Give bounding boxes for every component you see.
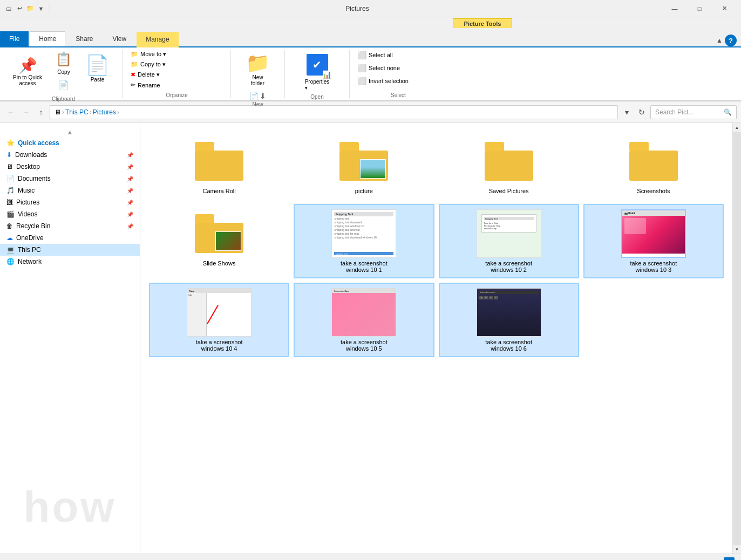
- maximize-button[interactable]: □: [687, 0, 712, 17]
- sidebar-item-onedrive[interactable]: ☁ OneDrive: [0, 232, 140, 244]
- tab-share[interactable]: Share: [66, 31, 102, 46]
- file-item-screenshot4[interactable]: Paint tools take a screenshotwindows 10 …: [149, 283, 289, 357]
- help-btn[interactable]: ?: [725, 35, 737, 46]
- image-thumb-screenshot6: keyboard screenshot q w e r: [477, 288, 541, 337]
- image-thumb-screenshot5: Screenshot App: [331, 288, 396, 337]
- delete-button[interactable]: ✖ Delete ▾: [127, 70, 163, 79]
- file-name-screenshot3: take a screenshotwindows 10 3: [630, 260, 677, 273]
- status-bar: 27 items 20 items selected 4.88 MB State…: [0, 554, 741, 560]
- pin-icon-videos: 📌: [127, 211, 133, 217]
- sidebar-item-documents[interactable]: 📄 Documents 📌: [0, 173, 140, 185]
- tab-file[interactable]: File: [0, 31, 29, 46]
- up-button[interactable]: ↑: [35, 106, 47, 119]
- file-item-camera-roll[interactable]: Camera Roll: [149, 132, 289, 200]
- file-item-screenshot6[interactable]: keyboard screenshot q w e r take a scree…: [439, 283, 579, 357]
- search-icon[interactable]: 🔍: [724, 108, 732, 116]
- forward-button[interactable]: →: [19, 106, 32, 119]
- new-folder-icon: 📁: [246, 52, 270, 74]
- file-item-screenshot5[interactable]: Screenshot App take a screenshotwindows …: [294, 283, 434, 357]
- paste-button[interactable]: 📄: [47, 79, 80, 95]
- sidebar-scroll-up[interactable]: ▲: [67, 128, 73, 136]
- address-path[interactable]: 🖥 › This PC › Pictures ›: [50, 105, 618, 119]
- pin-icon-recycle: 📌: [127, 223, 133, 229]
- sidebar-item-this-pc[interactable]: 💻 This PC: [0, 244, 140, 256]
- quick-access-icon: ⭐: [6, 139, 15, 147]
- sidebar-item-network[interactable]: 🌐 Network: [0, 256, 140, 268]
- paste-icon: 📄: [58, 80, 69, 90]
- watermark: how: [0, 482, 140, 532]
- delete-icon: ✖: [131, 71, 135, 78]
- dropdown-icon[interactable]: ▼: [37, 4, 45, 13]
- pin-to-quick-access-button[interactable]: 📌 Pin to Quickaccess: [9, 56, 46, 88]
- grid-view-button[interactable]: ⊞: [724, 557, 735, 561]
- move-to-button[interactable]: 📁 Move to ▾: [127, 50, 169, 59]
- quick-access-icon[interactable]: 📁: [26, 4, 35, 13]
- minimize-button[interactable]: —: [662, 0, 687, 17]
- right-scrollbar[interactable]: ▲ ▼: [732, 123, 741, 554]
- tab-home[interactable]: Home: [30, 31, 65, 46]
- documents-icon: 📄: [6, 175, 15, 182]
- pictures-icon: 🖼: [6, 199, 13, 206]
- scroll-track[interactable]: [733, 132, 742, 545]
- scroll-down-arrow[interactable]: ▼: [733, 545, 742, 554]
- close-button[interactable]: ✕: [712, 0, 737, 17]
- file-name-screenshot4: take a screenshotwindows 10 4: [196, 339, 243, 352]
- properties-sub-icon: 📊: [322, 70, 331, 79]
- ribbon-wrapper: Picture Tools File Home Share View Manag…: [0, 17, 741, 101]
- pin-icon-pictures: 📌: [127, 200, 133, 206]
- sidebar-item-desktop[interactable]: 🖥 Desktop 📌: [0, 161, 140, 173]
- ribbon-section-new: 📁 Newfolder 📄 ⬇ New: [231, 50, 285, 98]
- folder-thumb-slide-shows: [187, 209, 251, 258]
- select-none-button[interactable]: ⬜ Select none: [354, 63, 403, 73]
- sidebar-item-recycle-bin[interactable]: 🗑 Recycle Bin 📌: [0, 220, 140, 232]
- copy-button[interactable]: 📋 Copy: [47, 50, 80, 78]
- file-item-slide-shows[interactable]: Slide Shows: [149, 204, 289, 278]
- this-pc-icon: 💻: [6, 246, 15, 254]
- breadcrumb-thispc[interactable]: This PC: [65, 108, 89, 116]
- folder-thumb-screenshots: [621, 137, 686, 186]
- music-icon: 🎵: [6, 187, 15, 194]
- title-bar: 🗂 ↩ 📁 ▼ Pictures — □ ✕: [0, 0, 741, 17]
- recycle-bin-icon: 🗑: [6, 222, 13, 230]
- downloads-icon: ⬇: [6, 151, 12, 159]
- invert-selection-button[interactable]: ⬜ Invert selection: [354, 76, 412, 86]
- file-name-camera-roll: Camera Roll: [203, 188, 236, 194]
- file-item-screenshot1[interactable]: Snipping Tool snipping tool snipping too…: [294, 204, 434, 278]
- tab-manage[interactable]: Manage: [137, 32, 178, 47]
- copy-to-button[interactable]: 📁 Copy to ▾: [127, 60, 169, 69]
- new-item-icon1[interactable]: 📄: [249, 92, 259, 100]
- select-none-icon: ⬜: [357, 64, 366, 72]
- back-button[interactable]: ←: [4, 106, 17, 119]
- sidebar-item-music[interactable]: 🎵 Music 📌: [0, 185, 140, 196]
- properties-button[interactable]: ✔ 📊 Properties▾: [300, 50, 335, 93]
- image-thumb-screenshot3: 📷 Paint: [621, 209, 686, 258]
- open-label: Open: [310, 93, 323, 100]
- ribbon-collapse-btn[interactable]: ▲: [716, 37, 723, 44]
- sidebar-item-videos[interactable]: 🎬 Videos 📌: [0, 208, 140, 220]
- list-view-button[interactable]: ≡: [717, 558, 722, 561]
- file-item-screenshot3[interactable]: 📷 Paint take a screenshotwindows 10 3: [583, 204, 724, 278]
- select-all-button[interactable]: ⬜ Select all: [354, 50, 396, 60]
- file-item-screenshots[interactable]: Screenshots: [583, 132, 724, 200]
- scroll-up-arrow[interactable]: ▲: [733, 123, 742, 132]
- desktop-icon: 🖥: [6, 163, 13, 170]
- file-item-screenshot2[interactable]: Snipping Tool Free form Snip Rectangular…: [439, 204, 579, 278]
- main-content: ▲ ⭐ Quick access ⬇ Downloads 📌 🖥 Desktop…: [0, 123, 741, 554]
- rename-button[interactable]: ✏ Rename: [127, 80, 164, 90]
- image-thumb-screenshot4: Paint tools: [187, 288, 251, 337]
- new-folder-button[interactable]: 📁 Newfolder: [241, 50, 274, 88]
- sidebar-item-downloads[interactable]: ⬇ Downloads 📌: [0, 149, 140, 161]
- refresh-button[interactable]: ↻: [635, 106, 648, 119]
- search-box[interactable]: Search Pict... 🔍: [650, 105, 737, 119]
- breadcrumb-sep3: ›: [117, 108, 119, 116]
- undo-icon[interactable]: ↩: [15, 4, 24, 13]
- file-item-picture[interactable]: picture: [294, 132, 434, 200]
- files-grid: Camera Roll picture: [145, 127, 728, 361]
- file-item-saved-pictures[interactable]: Saved Pictures: [439, 132, 579, 200]
- breadcrumb-pictures[interactable]: Pictures: [93, 108, 116, 116]
- new-item-icon2[interactable]: ⬇: [260, 92, 266, 100]
- dropdown-recent-button[interactable]: ▾: [620, 106, 633, 119]
- sidebar-item-pictures[interactable]: 🖼 Pictures 📌: [0, 196, 140, 208]
- paste-big-button[interactable]: 📄 Paste: [81, 50, 114, 95]
- tab-view[interactable]: View: [103, 31, 135, 46]
